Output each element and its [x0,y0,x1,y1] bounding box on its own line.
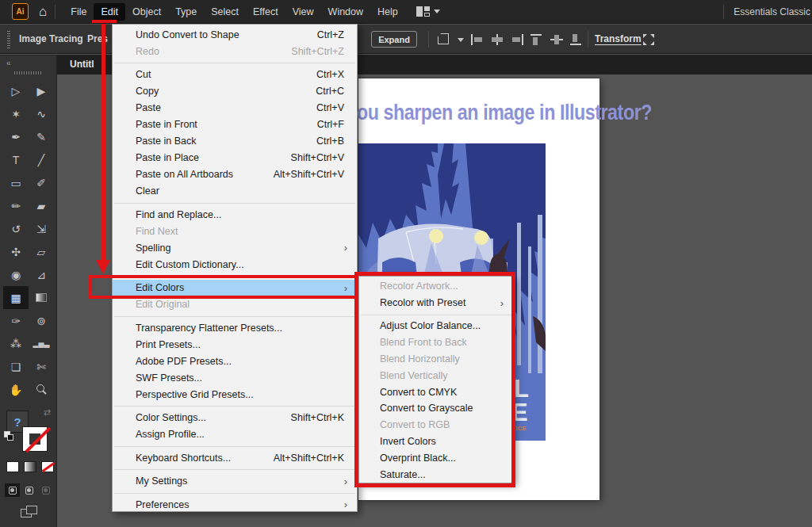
menu-item-label: Convert to Grayscale [380,403,473,414]
edit-menu-item-paste-on-all-artboards[interactable]: Paste on All ArtboardsAlt+Shift+Ctrl+V [113,166,357,183]
align-center-vertical-icon[interactable] [550,34,563,45]
fit-artboard-icon[interactable] [642,33,655,49]
menubar-help[interactable]: Help [370,3,405,21]
edit-menu-item-print-presets[interactable]: Print Presets... [113,336,357,353]
edit-menu-item-clear[interactable]: Clear [113,183,357,200]
stroke-swatch[interactable] [22,426,48,452]
align-right-icon[interactable] [511,34,523,45]
edit-colors-item-overprint-black[interactable]: Overprint Black... [359,449,513,466]
workspace-layout-icon[interactable] [416,6,430,17]
draw-behind-button[interactable] [21,483,36,497]
edit-menu-item-keyboard-shortcuts[interactable]: Keyboard Shortcuts...Alt+Shift+Ctrl+K [113,449,357,466]
edit-menu-item-spelling[interactable]: Spelling› [113,239,357,256]
tool-direct-selection[interactable]: ▶ [29,79,54,102]
transform-link[interactable]: Transform [595,33,642,44]
edit-colors-item-recolor-with-preset[interactable]: Recolor with Preset› [359,295,513,311]
tool-hand[interactable]: ✋ [3,378,29,401]
gradient-button[interactable] [24,461,36,472]
none-button[interactable] [41,461,54,472]
chevron-down-icon[interactable] [458,38,464,42]
align-left-icon[interactable] [471,34,484,45]
tool-zoom[interactable] [29,378,54,401]
edit-menu-item-perspective-grid-presets[interactable]: Perspective Grid Presets... [113,386,357,403]
collapse-panel-icon[interactable]: « [6,59,10,67]
edit-menu-item-adobe-pdf-presets[interactable]: Adobe PDF Presets... [113,353,357,369]
align-top-icon[interactable] [530,34,543,45]
tool-shape-builder[interactable]: ◉ [3,263,29,286]
edit-colors-item-convert-to-cmyk[interactable]: Convert to CMYK [359,384,513,400]
draw-normal-button[interactable] [5,483,20,497]
tool-gradient[interactable] [29,286,54,309]
tool-free-transform[interactable]: ▱ [29,240,54,263]
menu-item-label: Convert to CMYK [380,387,457,398]
tool-mesh[interactable]: ▦ [3,286,29,309]
tool-curvature[interactable]: ✎ [29,125,54,148]
edit-colors-item-convert-to-grayscale[interactable]: Convert to Grayscale [359,400,513,417]
menubar-object[interactable]: Object [125,3,168,21]
tool-artboard[interactable]: ❏ [3,355,29,378]
menu-item-shortcut: Ctrl+C [316,86,349,97]
menubar-view[interactable]: View [285,3,321,21]
edit-menu-item-edit-custom-dictionary[interactable]: Edit Custom Dictionary... [113,256,357,273]
tool-selection[interactable]: ▷ [3,79,29,102]
edit-menu-item-preferences[interactable]: Preferences› [113,496,357,513]
workspace-switcher[interactable]: Essentials Classic [723,5,812,19]
edit-menu-item-paste[interactable]: PasteCtrl+V [113,100,357,116]
chevron-down-icon[interactable] [434,10,440,13]
edit-menu-item-undo-convert-to-shape[interactable]: Undo Convert to ShapeCtrl+Z [113,26,357,43]
edit-menu-item-cut[interactable]: CutCtrl+X [113,67,357,83]
edit-menu-item-paste-in-place[interactable]: Paste in PlaceShift+Ctrl+V [113,150,357,166]
panel-grip-icon[interactable] [14,71,43,74]
menubar-file[interactable]: File [63,3,94,21]
expand-button[interactable]: Expand [371,31,417,48]
illustrator-app-icon[interactable]: Ai [12,3,29,20]
tool-type[interactable]: T [3,148,29,171]
tool-rectangle[interactable]: ▭ [3,171,29,194]
color-button[interactable] [6,461,19,472]
tool-line-segment[interactable]: ╱ [29,148,54,171]
image-tracing-label: Image Tracing [19,33,83,44]
screen-mode-icon[interactable] [21,506,38,518]
edit-menu-item-color-settings[interactable]: Color Settings...Shift+Ctrl+K [113,410,357,426]
edit-colors-item-invert-colors[interactable]: Invert Colors [359,433,513,450]
tool-lasso[interactable]: ∿ [29,102,54,125]
home-icon[interactable]: ⌂ [39,5,47,18]
tool-column-graph[interactable]: ▂▅▃ [29,332,54,355]
tool-paintbrush[interactable]: ✐ [29,171,54,194]
align-bottom-icon[interactable] [570,34,583,45]
default-fill-stroke-icon[interactable] [4,431,13,441]
menubar-effect[interactable]: Effect [246,3,285,21]
edit-menu-item-paste-in-back[interactable]: Paste in BackCtrl+B [113,133,357,150]
edit-menu-item-assign-profile[interactable]: Assign Profile... [113,426,357,443]
tool-rotate[interactable]: ↺ [3,217,29,240]
edit-menu-item-paste-in-front[interactable]: Paste in FrontCtrl+F [113,116,357,133]
edit-colors-item-saturate[interactable]: Saturate... [359,466,513,483]
align-center-horizontal-icon[interactable] [491,34,504,45]
edit-menu-item-edit-colors[interactable]: Edit Colors› [113,280,357,296]
menubar-edit[interactable]: Edit [94,3,125,21]
menubar-window[interactable]: Window [321,3,370,21]
tool-perspective-grid[interactable]: ⊿ [29,263,54,286]
edit-menu-item-my-settings[interactable]: My Settings› [113,473,357,490]
tool-eraser[interactable]: ▰ [29,194,54,217]
edit-menu-item-find-and-replace[interactable]: Find and Replace... [113,206,357,223]
artboard-options-icon[interactable] [438,33,449,44]
tool-eyedropper[interactable]: ✑ [3,309,29,332]
tool-pen[interactable]: ✒ [3,125,29,148]
edit-menu-item-copy[interactable]: CopyCtrl+C [113,83,357,100]
edit-menu-item-transparency-flattener-presets[interactable]: Transparency Flattener Presets... [113,319,357,336]
tool-blend[interactable]: ⊚ [29,309,54,332]
edit-colors-item-adjust-color-balance[interactable]: Adjust Color Balance... [359,318,513,334]
panel-grip-icon[interactable] [7,30,10,48]
tool-magic-wand[interactable]: ✶ [3,102,29,125]
swap-fill-stroke-icon[interactable]: ⇄ [44,407,51,418]
menubar-select[interactable]: Select [204,3,246,21]
edit-menu-item-swf-presets[interactable]: SWF Presets... [113,369,357,386]
tool-symbol-sprayer[interactable]: ⁂ [3,332,29,355]
tool-shaper[interactable]: ✏ [3,194,29,217]
menubar-type[interactable]: Type [168,3,204,21]
document-tab[interactable]: Untitl [70,59,94,70]
tool-puppet-warp[interactable]: ✣ [3,240,29,263]
tool-slice[interactable]: ✄ [29,355,54,378]
tool-scale[interactable]: ⇲ [29,217,54,240]
